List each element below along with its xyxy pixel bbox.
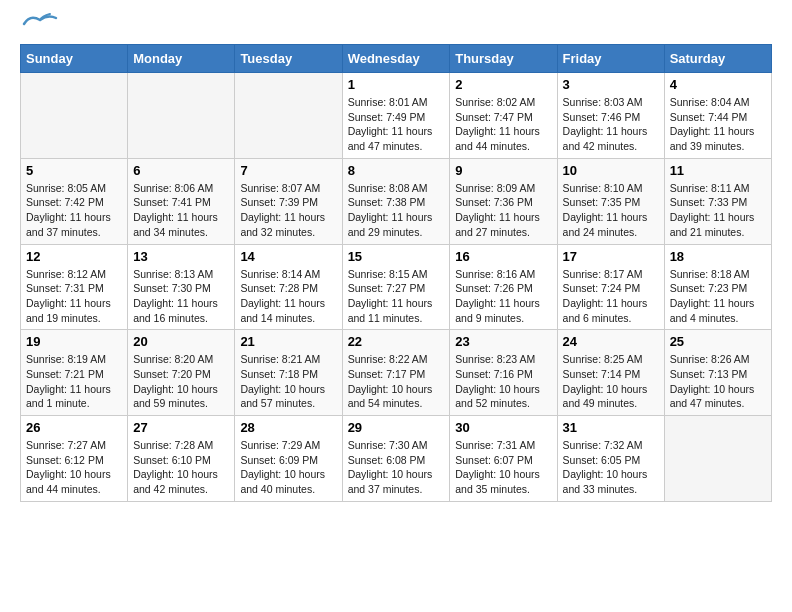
day-info: Sunrise: 8:21 AMSunset: 7:18 PMDaylight:…: [240, 352, 336, 411]
page-header: [20, 20, 772, 34]
day-number: 3: [563, 77, 659, 92]
weekday-header: Saturday: [664, 45, 771, 73]
day-info: Sunrise: 8:04 AMSunset: 7:44 PMDaylight:…: [670, 95, 766, 154]
calendar-table: SundayMondayTuesdayWednesdayThursdayFrid…: [20, 44, 772, 502]
day-info: Sunrise: 7:28 AMSunset: 6:10 PMDaylight:…: [133, 438, 229, 497]
calendar-cell: 18 Sunrise: 8:18 AMSunset: 7:23 PMDaylig…: [664, 244, 771, 330]
calendar-cell: 27 Sunrise: 7:28 AMSunset: 6:10 PMDaylig…: [128, 416, 235, 502]
calendar-cell: 21 Sunrise: 8:21 AMSunset: 7:18 PMDaylig…: [235, 330, 342, 416]
calendar-week-row: 5 Sunrise: 8:05 AMSunset: 7:42 PMDayligh…: [21, 158, 772, 244]
day-number: 9: [455, 163, 551, 178]
calendar-cell: 4 Sunrise: 8:04 AMSunset: 7:44 PMDayligh…: [664, 73, 771, 159]
day-number: 13: [133, 249, 229, 264]
calendar-cell: 25 Sunrise: 8:26 AMSunset: 7:13 PMDaylig…: [664, 330, 771, 416]
day-number: 22: [348, 334, 445, 349]
day-info: Sunrise: 8:01 AMSunset: 7:49 PMDaylight:…: [348, 95, 445, 154]
day-number: 29: [348, 420, 445, 435]
day-info: Sunrise: 8:07 AMSunset: 7:39 PMDaylight:…: [240, 181, 336, 240]
day-number: 7: [240, 163, 336, 178]
day-info: Sunrise: 8:10 AMSunset: 7:35 PMDaylight:…: [563, 181, 659, 240]
calendar-cell: [235, 73, 342, 159]
calendar-cell: 9 Sunrise: 8:09 AMSunset: 7:36 PMDayligh…: [450, 158, 557, 244]
weekday-header: Friday: [557, 45, 664, 73]
day-info: Sunrise: 8:23 AMSunset: 7:16 PMDaylight:…: [455, 352, 551, 411]
day-number: 16: [455, 249, 551, 264]
calendar-cell: 26 Sunrise: 7:27 AMSunset: 6:12 PMDaylig…: [21, 416, 128, 502]
calendar-cell: 30 Sunrise: 7:31 AMSunset: 6:07 PMDaylig…: [450, 416, 557, 502]
weekday-header: Thursday: [450, 45, 557, 73]
day-info: Sunrise: 8:22 AMSunset: 7:17 PMDaylight:…: [348, 352, 445, 411]
day-info: Sunrise: 8:03 AMSunset: 7:46 PMDaylight:…: [563, 95, 659, 154]
day-number: 21: [240, 334, 336, 349]
calendar-week-row: 26 Sunrise: 7:27 AMSunset: 6:12 PMDaylig…: [21, 416, 772, 502]
calendar-cell: 7 Sunrise: 8:07 AMSunset: 7:39 PMDayligh…: [235, 158, 342, 244]
day-number: 4: [670, 77, 766, 92]
day-number: 24: [563, 334, 659, 349]
calendar-cell: 2 Sunrise: 8:02 AMSunset: 7:47 PMDayligh…: [450, 73, 557, 159]
calendar-cell: 11 Sunrise: 8:11 AMSunset: 7:33 PMDaylig…: [664, 158, 771, 244]
day-number: 15: [348, 249, 445, 264]
day-info: Sunrise: 7:27 AMSunset: 6:12 PMDaylight:…: [26, 438, 122, 497]
calendar-cell: 16 Sunrise: 8:16 AMSunset: 7:26 PMDaylig…: [450, 244, 557, 330]
day-number: 18: [670, 249, 766, 264]
day-info: Sunrise: 8:17 AMSunset: 7:24 PMDaylight:…: [563, 267, 659, 326]
day-info: Sunrise: 8:11 AMSunset: 7:33 PMDaylight:…: [670, 181, 766, 240]
weekday-header: Wednesday: [342, 45, 450, 73]
day-info: Sunrise: 8:20 AMSunset: 7:20 PMDaylight:…: [133, 352, 229, 411]
day-info: Sunrise: 8:08 AMSunset: 7:38 PMDaylight:…: [348, 181, 445, 240]
calendar-cell: 10 Sunrise: 8:10 AMSunset: 7:35 PMDaylig…: [557, 158, 664, 244]
calendar-week-row: 19 Sunrise: 8:19 AMSunset: 7:21 PMDaylig…: [21, 330, 772, 416]
weekday-header: Tuesday: [235, 45, 342, 73]
calendar-cell: 22 Sunrise: 8:22 AMSunset: 7:17 PMDaylig…: [342, 330, 450, 416]
calendar-cell: 31 Sunrise: 7:32 AMSunset: 6:05 PMDaylig…: [557, 416, 664, 502]
day-info: Sunrise: 8:25 AMSunset: 7:14 PMDaylight:…: [563, 352, 659, 411]
calendar-cell: [128, 73, 235, 159]
day-info: Sunrise: 8:05 AMSunset: 7:42 PMDaylight:…: [26, 181, 122, 240]
calendar-cell: 24 Sunrise: 8:25 AMSunset: 7:14 PMDaylig…: [557, 330, 664, 416]
calendar-cell: 28 Sunrise: 7:29 AMSunset: 6:09 PMDaylig…: [235, 416, 342, 502]
calendar-cell: 13 Sunrise: 8:13 AMSunset: 7:30 PMDaylig…: [128, 244, 235, 330]
day-number: 5: [26, 163, 122, 178]
weekday-header: Sunday: [21, 45, 128, 73]
day-number: 27: [133, 420, 229, 435]
calendar-week-row: 1 Sunrise: 8:01 AMSunset: 7:49 PMDayligh…: [21, 73, 772, 159]
day-info: Sunrise: 8:12 AMSunset: 7:31 PMDaylight:…: [26, 267, 122, 326]
day-number: 14: [240, 249, 336, 264]
logo-bird-icon: [22, 12, 58, 34]
day-number: 28: [240, 420, 336, 435]
day-info: Sunrise: 7:29 AMSunset: 6:09 PMDaylight:…: [240, 438, 336, 497]
calendar-cell: 8 Sunrise: 8:08 AMSunset: 7:38 PMDayligh…: [342, 158, 450, 244]
day-number: 11: [670, 163, 766, 178]
day-number: 12: [26, 249, 122, 264]
day-number: 10: [563, 163, 659, 178]
day-info: Sunrise: 8:19 AMSunset: 7:21 PMDaylight:…: [26, 352, 122, 411]
calendar-week-row: 12 Sunrise: 8:12 AMSunset: 7:31 PMDaylig…: [21, 244, 772, 330]
day-number: 1: [348, 77, 445, 92]
day-number: 20: [133, 334, 229, 349]
day-info: Sunrise: 8:02 AMSunset: 7:47 PMDaylight:…: [455, 95, 551, 154]
calendar-cell: 6 Sunrise: 8:06 AMSunset: 7:41 PMDayligh…: [128, 158, 235, 244]
day-info: Sunrise: 8:16 AMSunset: 7:26 PMDaylight:…: [455, 267, 551, 326]
calendar-cell: 14 Sunrise: 8:14 AMSunset: 7:28 PMDaylig…: [235, 244, 342, 330]
calendar-cell: 29 Sunrise: 7:30 AMSunset: 6:08 PMDaylig…: [342, 416, 450, 502]
calendar-cell: 23 Sunrise: 8:23 AMSunset: 7:16 PMDaylig…: [450, 330, 557, 416]
day-info: Sunrise: 7:31 AMSunset: 6:07 PMDaylight:…: [455, 438, 551, 497]
weekday-header: Monday: [128, 45, 235, 73]
day-info: Sunrise: 8:13 AMSunset: 7:30 PMDaylight:…: [133, 267, 229, 326]
day-info: Sunrise: 8:18 AMSunset: 7:23 PMDaylight:…: [670, 267, 766, 326]
calendar-cell: 5 Sunrise: 8:05 AMSunset: 7:42 PMDayligh…: [21, 158, 128, 244]
day-info: Sunrise: 8:15 AMSunset: 7:27 PMDaylight:…: [348, 267, 445, 326]
weekday-header-row: SundayMondayTuesdayWednesdayThursdayFrid…: [21, 45, 772, 73]
day-number: 25: [670, 334, 766, 349]
calendar-cell: [664, 416, 771, 502]
day-number: 23: [455, 334, 551, 349]
calendar-cell: 12 Sunrise: 8:12 AMSunset: 7:31 PMDaylig…: [21, 244, 128, 330]
calendar-cell: 1 Sunrise: 8:01 AMSunset: 7:49 PMDayligh…: [342, 73, 450, 159]
day-number: 17: [563, 249, 659, 264]
day-info: Sunrise: 8:26 AMSunset: 7:13 PMDaylight:…: [670, 352, 766, 411]
day-info: Sunrise: 7:30 AMSunset: 6:08 PMDaylight:…: [348, 438, 445, 497]
calendar-cell: 20 Sunrise: 8:20 AMSunset: 7:20 PMDaylig…: [128, 330, 235, 416]
day-number: 19: [26, 334, 122, 349]
calendar-cell: [21, 73, 128, 159]
day-number: 2: [455, 77, 551, 92]
